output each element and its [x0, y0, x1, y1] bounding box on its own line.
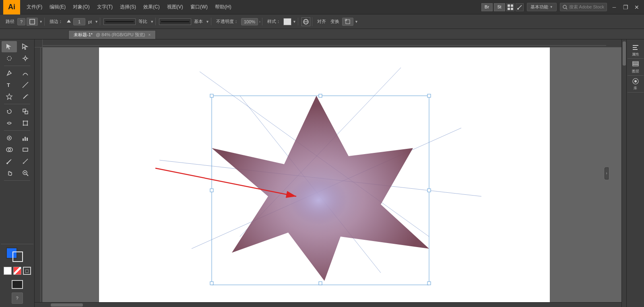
stroke-style-preview[interactable] — [103, 19, 136, 25]
opacity-group: 不透明度： › — [213, 18, 262, 25]
grid-view-btn[interactable] — [506, 3, 514, 11]
symbol-tools-row — [1, 132, 33, 144]
help-btn[interactable]: ? — [12, 293, 23, 304]
path-shape-btn[interactable] — [27, 18, 38, 26]
transform-label: 变换 — [329, 18, 341, 25]
restore-btn[interactable]: ❐ — [621, 3, 630, 11]
title-bar: Ai 文件(F) 编辑(E) 对象(O) 文字(T) 选择(S) 效果(C) 视… — [0, 0, 644, 14]
transform-btn[interactable] — [342, 18, 353, 26]
svg-point-22 — [24, 57, 27, 60]
tools-panel: T — [0, 39, 35, 307]
magic-wand-tool[interactable] — [18, 53, 33, 64]
pencil-tool[interactable] — [18, 91, 33, 102]
scroll-bottom[interactable] — [35, 302, 621, 307]
stroke-unit-dropdown[interactable]: ▼ — [95, 20, 98, 24]
svg-line-25 — [23, 82, 28, 88]
svg-rect-66 — [427, 94, 431, 97]
swap-colors-btn[interactable] — [13, 267, 21, 275]
menu-window[interactable]: 窗口(W) — [187, 2, 211, 12]
close-btn[interactable]: ✕ — [633, 3, 641, 11]
eyedropper-tool[interactable] — [2, 156, 17, 167]
line-tool[interactable] — [18, 79, 33, 91]
canvas-area[interactable]: // inline generation not possible, using… — [35, 39, 626, 307]
lasso-tools-row — [1, 53, 33, 64]
style-preview[interactable] — [283, 18, 291, 25]
rect-tool[interactable] — [18, 144, 33, 155]
lasso-tool[interactable] — [2, 53, 17, 64]
svg-rect-71 — [427, 282, 431, 285]
path-dropdown-icon[interactable]: ▼ — [39, 20, 43, 24]
stock-btn[interactable]: St — [494, 3, 505, 11]
pen-tool[interactable] — [2, 68, 17, 79]
scale-tool[interactable] — [18, 106, 33, 117]
menu-view[interactable]: 视图(V) — [164, 2, 186, 12]
bridge-btn[interactable]: Br — [481, 3, 493, 11]
warp-tool[interactable] — [2, 117, 17, 129]
svg-rect-0 — [508, 4, 510, 7]
stroke-width-input[interactable] — [73, 18, 85, 25]
none-indicator[interactable] — [4, 267, 12, 275]
stroke-up-icon[interactable] — [66, 19, 72, 25]
menu-edit[interactable]: 编辑(E) — [46, 2, 69, 12]
workspace-chevron: ▼ — [550, 5, 553, 9]
layers-btn[interactable]: 图层 — [627, 60, 644, 76]
search-box[interactable]: 搜索 Adobe Stock — [560, 3, 607, 11]
curvature-tool[interactable] — [18, 68, 33, 79]
rotate-tools-row — [1, 106, 33, 117]
chart-tool[interactable] — [18, 132, 33, 144]
direct-select-tool[interactable] — [18, 41, 33, 52]
svg-rect-77 — [633, 63, 638, 64]
stroke-type-dropdown[interactable]: ▼ — [150, 20, 154, 24]
globe-btn[interactable] — [301, 17, 310, 26]
svg-rect-67 — [210, 189, 213, 192]
svg-marker-26 — [6, 94, 12, 99]
scroll-right[interactable] — [621, 39, 626, 307]
opacity-input[interactable] — [241, 18, 258, 25]
star-tool[interactable] — [2, 91, 17, 102]
menu-select[interactable]: 选择(S) — [117, 2, 139, 12]
stroke-color-box[interactable] — [12, 251, 23, 262]
fill-style-preview[interactable] — [159, 19, 191, 25]
style-dropdown[interactable]: ▼ — [293, 20, 296, 24]
tab-close-btn[interactable]: × — [148, 33, 151, 37]
color-area: ◻ — [1, 244, 33, 278]
hand-tool[interactable] — [2, 167, 17, 179]
libraries-icon — [632, 78, 639, 85]
svg-point-23 — [8, 71, 10, 72]
menu-effect[interactable]: 效果(C) — [140, 2, 163, 12]
menu-text[interactable]: 文字(T) — [94, 2, 116, 12]
menu-help[interactable]: 帮助(H) — [212, 2, 235, 12]
path-question-btn[interactable]: ? — [17, 18, 25, 25]
svg-point-33 — [23, 121, 24, 122]
collapse-right-btn[interactable]: › — [605, 167, 609, 179]
reset-colors-btn[interactable]: ◻ — [23, 267, 31, 275]
minimize-btn[interactable]: ─ — [610, 3, 618, 11]
free-transform-tool[interactable] — [18, 117, 33, 129]
normal-mode-btn[interactable] — [12, 280, 23, 289]
fill-type-group: 基本 ▼ — [157, 18, 211, 25]
transform-dropdown[interactable]: ▼ — [355, 20, 358, 24]
menu-file[interactable]: 文件(F) — [23, 2, 45, 12]
zoom-tool[interactable] — [18, 167, 33, 179]
menu-object[interactable]: 对象(O) — [70, 2, 93, 12]
right-panel: 属性 图层 库 — [626, 39, 644, 307]
fill-type-dropdown[interactable]: ▼ — [206, 20, 209, 24]
rotate-tool[interactable] — [2, 106, 17, 117]
svg-point-46 — [6, 163, 8, 164]
scroll-thumb-h[interactable] — [51, 303, 83, 307]
properties-btn[interactable]: 属性 — [627, 43, 644, 59]
symbol-tool[interactable] — [2, 132, 17, 144]
svg-point-38 — [8, 137, 10, 139]
libraries-btn[interactable]: 库 — [627, 76, 644, 93]
type-tool[interactable]: T — [2, 79, 17, 91]
canvas-document[interactable] — [99, 47, 550, 307]
brush-btn[interactable] — [516, 3, 524, 11]
shape-builder-tool[interactable] — [2, 144, 17, 155]
measure-tool[interactable] — [18, 156, 33, 167]
workspace-dropdown[interactable]: 基本功能 ▼ — [527, 3, 557, 11]
active-tab[interactable]: 未标题-1* @ 84% (RGB/GPU 预览) × — [68, 30, 156, 39]
scroll-thumb-v[interactable] — [623, 41, 626, 66]
select-tool[interactable] — [2, 41, 17, 52]
tab-subtitle: @ 84% (RGB/GPU 预览) — [96, 32, 145, 38]
opacity-more-btn[interactable]: › — [259, 20, 260, 24]
